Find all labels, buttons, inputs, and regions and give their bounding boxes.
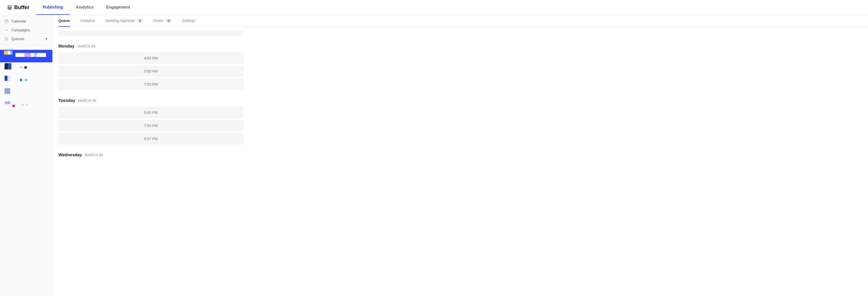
queue-list: Monday MARCH 28 4:55 PM 5:58 PM 7:55 PM … — [53, 31, 249, 172]
account-list — [0, 45, 52, 112]
account-item-3[interactable] — [0, 75, 52, 87]
account-avatar — [5, 76, 13, 84]
day-name: Wednesday — [58, 152, 82, 157]
svg-point-8 — [5, 39, 5, 39]
sidebar-item-label: Queues — [11, 37, 25, 41]
badge-count: 0 — [137, 19, 143, 23]
day-block-wednesday: Wednesday MARCH 30 — [58, 152, 243, 157]
account-name-redacted — [20, 79, 27, 81]
brand-name: Buffer — [14, 5, 29, 10]
queue-slot-partial[interactable] — [58, 31, 243, 36]
subtab-queue[interactable]: Queue — [58, 15, 70, 27]
queue-slot[interactable]: 7:55 PM — [58, 78, 243, 90]
queue-slot[interactable]: 5:58 PM — [58, 65, 243, 77]
day-header: Monday MARCH 28 — [58, 43, 243, 48]
account-item-4[interactable] — [0, 87, 52, 100]
sidebar-item-label: Calendar — [11, 19, 27, 23]
tab-analytics[interactable]: Analytics — [70, 0, 100, 15]
account-name-redacted — [20, 66, 27, 69]
day-name: Monday — [58, 43, 74, 48]
day-block-tuesday: Tuesday MARCH 29 5:00 PM 7:55 PM 8:57 PM — [58, 98, 243, 144]
top-nav: Buffer Publishing Analytics Engagement — [0, 0, 868, 15]
top-tabs: Publishing Analytics Engagement — [36, 0, 136, 15]
svg-rect-0 — [5, 20, 8, 23]
account-avatar — [5, 101, 13, 109]
day-block-monday: Monday MARCH 28 4:55 PM 5:58 PM 7:55 PM — [58, 43, 243, 90]
list-icon — [5, 37, 8, 41]
account-avatar — [5, 88, 13, 97]
account-name-redacted — [21, 104, 28, 106]
sidebar-item-label: Campaigns — [11, 28, 30, 32]
day-date: MARCH 30 — [85, 153, 103, 157]
trend-icon — [5, 28, 8, 32]
sidebar-item-campaigns[interactable]: Campaigns — [0, 26, 52, 34]
sidebar: Calendar Campaigns — [0, 15, 53, 296]
tab-engagement[interactable]: Engagement — [100, 0, 136, 15]
account-avatar — [5, 63, 13, 72]
queue-slot[interactable]: 5:00 PM — [58, 107, 243, 118]
chevron-down-icon: ▼ — [45, 37, 48, 40]
queue-slot[interactable]: 8:57 PM — [58, 133, 243, 144]
main-content: Queue Analytics Awaiting Approval 0 Draf… — [53, 15, 868, 296]
svg-point-9 — [5, 39, 5, 40]
calendar-icon — [5, 19, 8, 23]
account-item-5[interactable] — [0, 100, 52, 112]
buffer-logo-icon — [7, 5, 12, 10]
account-item-2[interactable] — [0, 62, 52, 75]
subtab-awaiting-approval[interactable]: Awaiting Approval 0 — [105, 15, 143, 27]
day-date: MARCH 29 — [78, 99, 96, 103]
queue-slot[interactable]: 7:55 PM — [58, 120, 243, 131]
day-date: MARCH 28 — [78, 44, 95, 48]
subtab-drafts[interactable]: Drafts 0 — [153, 15, 172, 27]
sidebar-item-calendar[interactable]: Calendar — [0, 17, 52, 26]
brand-logo[interactable]: Buffer — [0, 5, 36, 10]
account-name-redacted — [16, 53, 46, 57]
sub-tabs: Queue Analytics Awaiting Approval 0 Draf… — [53, 15, 868, 27]
sidebar-nav: Calendar Campaigns — [0, 15, 52, 45]
day-name: Tuesday — [58, 98, 75, 103]
queue-slot[interactable]: 4:55 PM — [58, 53, 243, 64]
account-avatar — [4, 51, 12, 59]
day-header: Tuesday MARCH 29 — [58, 98, 243, 103]
badge-count: 0 — [165, 19, 172, 23]
tab-publishing[interactable]: Publishing — [36, 0, 70, 15]
subtab-settings[interactable]: Settings — [182, 15, 195, 27]
subtab-analytics[interactable]: Analytics — [80, 15, 95, 27]
sidebar-item-queues[interactable]: Queues ▼ — [0, 34, 52, 43]
account-item-1[interactable] — [0, 50, 52, 62]
day-header: Wednesday MARCH 30 — [58, 152, 243, 157]
